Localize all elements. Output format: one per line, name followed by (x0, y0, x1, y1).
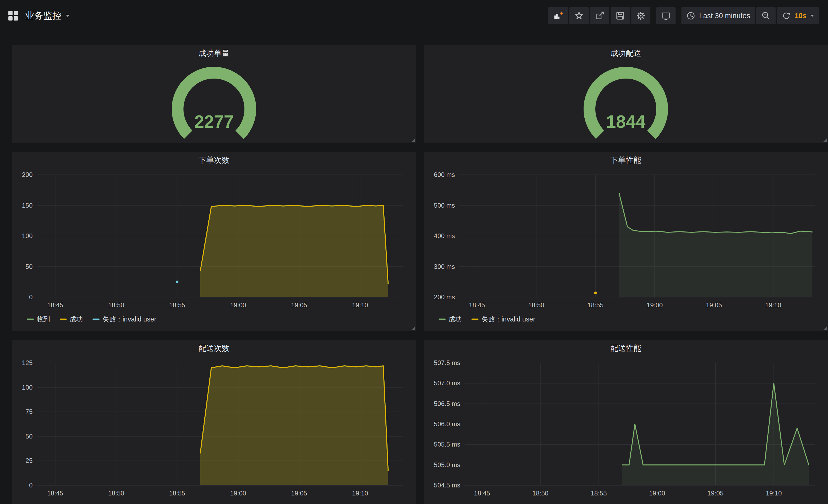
dashboard-picker-button[interactable] (7, 10, 19, 21)
x-tick-label: 19:05 (707, 490, 723, 497)
share-icon (595, 11, 605, 20)
y-tick-label: 50 (26, 263, 33, 270)
x-tick-label: 18:55 (591, 490, 607, 497)
y-tick-label: 150 (22, 202, 33, 209)
share-button[interactable] (590, 7, 609, 24)
series-fill (619, 193, 812, 297)
legend-label: 成功 (70, 315, 83, 324)
panel-title[interactable]: 配送次数 (12, 340, 416, 355)
legend-label: 收到 (37, 315, 50, 324)
legend-item[interactable]: 成功 (439, 503, 462, 504)
time-series-chart[interactable]: 05010015020018:4518:5018:5519:0019:0519:… (13, 167, 415, 311)
x-tick-label: 18:45 (469, 302, 485, 309)
x-tick-label: 19:05 (291, 302, 307, 309)
y-tick-label: 507.0 ms (434, 379, 460, 387)
panel-title[interactable]: 下单性能 (424, 152, 828, 167)
time-range-button[interactable]: Last 30 minutes (681, 7, 755, 24)
chart-legend: 收到成功失败：invalid user (12, 502, 416, 504)
legend-label: 成功 (449, 503, 462, 504)
y-tick-label: 506.5 ms (434, 400, 460, 407)
legend-item[interactable]: 成功 (59, 503, 83, 504)
legend-label: 失败：invalid user (102, 503, 156, 504)
add-panel-button[interactable] (548, 7, 568, 24)
legend-label: 成功 (449, 315, 462, 324)
dashboard-grid: 成功单量 2277 成功配送 1844 下单次数 05010015020018:… (0, 32, 828, 504)
chart-legend: 收到成功失败：invalid user (12, 314, 416, 324)
dashboard-grid-icon (7, 10, 19, 21)
legend-item[interactable]: 失败：invalid user (92, 315, 156, 324)
time-series-chart[interactable]: 025507510012518:4518:5018:5519:0019:0519… (13, 355, 415, 499)
zoom-out-button[interactable] (756, 7, 776, 24)
panel-title[interactable]: 成功配送 (424, 45, 828, 60)
x-tick-label: 19:00 (647, 302, 663, 309)
legend-label: 收到 (37, 503, 50, 504)
legend-item[interactable]: 失败：invalid user (471, 503, 535, 504)
panel-title[interactable]: 配送性能 (424, 340, 828, 355)
legend-swatch-icon (27, 319, 34, 320)
panel-resize-handle[interactable] (823, 327, 827, 330)
panel-delivery-count: 配送次数 025507510012518:4518:5018:5519:0019… (12, 340, 416, 504)
legend-item[interactable]: 收到 (27, 503, 50, 504)
panel-resize-handle[interactable] (823, 138, 827, 142)
x-tick-label: 19:00 (230, 302, 246, 309)
tv-icon (661, 11, 671, 20)
y-tick-label: 100 (22, 232, 33, 239)
gear-icon (636, 11, 646, 20)
panel-order-count: 下单次数 05010015020018:4518:5018:5519:0019:… (12, 152, 416, 331)
gauge-value: 2277 (195, 112, 234, 132)
panel-order-performance: 下单性能 200 ms300 ms400 ms500 ms600 ms18:45… (424, 152, 828, 331)
legend-swatch-icon (439, 319, 446, 320)
save-icon (615, 11, 625, 20)
x-tick-label: 19:10 (765, 302, 781, 309)
save-button[interactable] (611, 7, 630, 24)
panel-success-delivery: 成功配送 1844 (424, 45, 828, 143)
legend-item[interactable]: 收到 (27, 315, 50, 324)
y-tick-label: 500 ms (434, 202, 455, 209)
data-point (594, 291, 597, 294)
y-tick-label: 506.0 ms (434, 420, 460, 427)
panel-resize-handle[interactable] (411, 327, 415, 330)
time-series-chart[interactable]: 504.5 ms505.0 ms505.5 ms506.0 ms506.5 ms… (425, 355, 826, 499)
series-line (619, 193, 812, 234)
y-tick-label: 600 ms (434, 171, 455, 178)
panel-title[interactable]: 成功单量 (12, 45, 416, 60)
y-tick-label: 507.5 ms (434, 359, 460, 366)
legend-swatch-icon (59, 319, 67, 320)
caret-down-icon (66, 15, 70, 17)
legend-label: 失败：invalid user (102, 315, 156, 324)
data-point (176, 281, 178, 283)
refresh-interval-label: 10s (795, 12, 806, 20)
x-tick-label: 19:05 (291, 490, 307, 497)
x-tick-label: 18:50 (528, 302, 544, 309)
y-tick-label: 50 (26, 433, 33, 440)
x-tick-label: 19:00 (230, 490, 246, 497)
legend-item[interactable]: 成功 (59, 315, 83, 324)
legend-item[interactable]: 失败：invalid user (92, 503, 156, 504)
time-range-label: Last 30 minutes (699, 12, 750, 20)
y-tick-label: 505.5 ms (434, 441, 460, 448)
add-panel-icon (553, 11, 563, 20)
time-series-chart[interactable]: 200 ms300 ms400 ms500 ms600 ms18:4518:50… (425, 167, 826, 311)
legend-item[interactable]: 失败：invalid user (471, 315, 535, 324)
caret-down-icon (810, 15, 814, 17)
legend-item[interactable]: 成功 (439, 315, 462, 324)
tv-mode-button[interactable] (656, 7, 675, 24)
y-tick-label: 200 (22, 171, 33, 178)
x-tick-label: 18:50 (108, 490, 124, 497)
x-tick-label: 18:50 (108, 302, 124, 309)
panel-title[interactable]: 下单次数 (12, 152, 416, 167)
x-tick-label: 19:10 (352, 490, 368, 497)
y-tick-label: 0 (29, 293, 33, 301)
chart-legend: 成功失败：invalid user (424, 502, 828, 504)
y-tick-label: 75 (26, 408, 33, 415)
panel-resize-handle[interactable] (411, 138, 415, 142)
x-tick-label: 18:55 (169, 490, 185, 497)
x-tick-label: 19:10 (352, 302, 368, 309)
star-button[interactable] (569, 7, 589, 24)
series-fill (200, 205, 388, 297)
dashboard-title[interactable]: 业务监控 (25, 10, 70, 22)
panel-delivery-performance: 配送性能 504.5 ms505.0 ms505.5 ms506.0 ms506… (424, 340, 828, 504)
clock-icon (686, 11, 695, 20)
settings-button[interactable] (631, 7, 651, 24)
refresh-button[interactable]: 10s (777, 7, 819, 24)
